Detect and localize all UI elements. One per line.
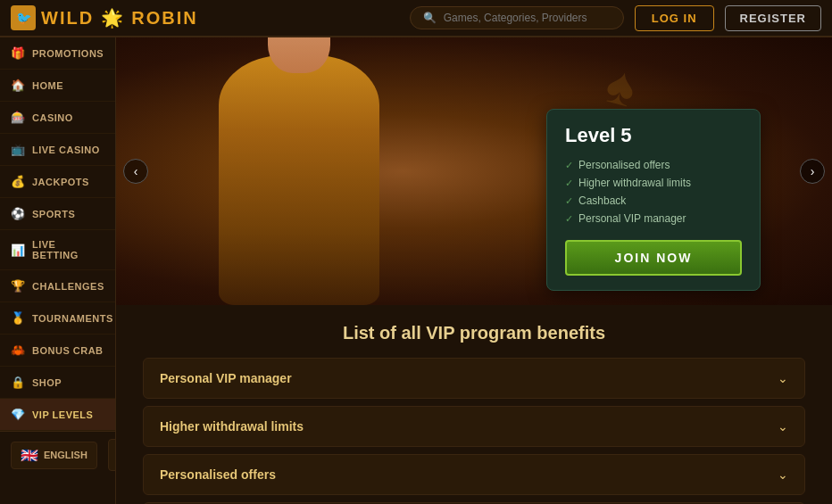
- logo-text-robin: ROBIN: [131, 8, 197, 28]
- sidebar-item-live-casino[interactable]: 📺 LIVE CASINO: [0, 134, 115, 166]
- logo-icon: 🐦: [11, 5, 36, 30]
- char-head: [268, 37, 330, 73]
- sidebar-icon-promotions: 🎁: [11, 46, 25, 60]
- search-input[interactable]: [444, 12, 611, 24]
- header: 🐦 WILD 🌟 ROBIN 🔍 LOG IN REGISTER: [0, 0, 832, 37]
- sidebar-icon-casino: 🎰: [11, 111, 25, 124]
- sidebar-item-sports[interactable]: ⚽ SPORTS: [0, 198, 115, 230]
- vip-benefit-personalised: Personalised offers: [565, 156, 742, 174]
- main-content: ♣ ♠ Level 5 Personalised offers Higher w…: [116, 37, 832, 504]
- help-centre-button[interactable]: ❓ HELP CENTRE: [108, 439, 116, 471]
- sidebar-icon-live-betting: 📊: [11, 244, 25, 257]
- join-now-button[interactable]: JOIN NOW: [565, 240, 742, 276]
- char-body: [219, 55, 379, 305]
- sidebar-item-promotions[interactable]: 🎁 PROMOTIONS: [0, 37, 115, 70]
- sidebar-label-jackpots: JACKPOTS: [32, 177, 89, 187]
- footer-row: 🇬🇧 ENGLISH ❓ HELP CENTRE: [0, 431, 115, 478]
- sidebar-icon-sports: ⚽: [11, 207, 25, 220]
- sidebar-icon-jackpots: 💰: [11, 175, 25, 188]
- login-button[interactable]: LOG IN: [635, 5, 714, 31]
- sidebar-label-promotions: PROMOTIONS: [32, 48, 104, 59]
- hero-next-arrow[interactable]: ›: [800, 159, 825, 184]
- sidebar-item-vip-levels[interactable]: 💎 VIP LEVELS: [0, 399, 115, 431]
- accordion-withdrawal[interactable]: Higher withdrawal limits ⌄: [143, 406, 805, 447]
- benefits-section: List of all VIP program benefits Persona…: [116, 305, 832, 504]
- character-figure: [187, 46, 411, 305]
- sidebar-label-home: HOME: [32, 80, 63, 91]
- logo: 🐦 WILD 🌟 ROBIN: [11, 5, 198, 30]
- sidebar-icon-live-casino: 📺: [11, 143, 25, 156]
- chevron-down-icon-2: ⌄: [778, 419, 788, 434]
- sidebar-item-home[interactable]: 🏠 HOME: [0, 70, 115, 102]
- vip-benefit-cashback: Cashback: [565, 192, 742, 210]
- sidebar-label-tournaments: TOURNAMENTS: [32, 313, 113, 324]
- register-button[interactable]: REGISTER: [725, 5, 821, 31]
- sidebar-label-sports: SPORTS: [32, 209, 75, 219]
- vip-card: Level 5 Personalised offers Higher withd…: [546, 109, 761, 291]
- sidebar-icon-home: 🏠: [11, 78, 25, 92]
- sidebar-icon-bonus-crab: 🦀: [11, 343, 25, 357]
- chevron-down-icon-3: ⌄: [778, 467, 788, 482]
- sidebar-label-vip-levels: VIP LEVELS: [32, 409, 93, 420]
- sidebar-item-challenges[interactable]: 🏆 CHALLENGES: [0, 270, 115, 302]
- sidebar-label-live-casino: LIVE CASINO: [32, 145, 100, 155]
- sidebar-item-tournaments[interactable]: 🥇 TOURNAMENTS: [0, 302, 115, 335]
- sidebar-item-live-betting[interactable]: 📊 LIVE BETTING: [0, 230, 115, 270]
- sidebar-item-jackpots[interactable]: 💰 JACKPOTS: [0, 166, 115, 198]
- sidebar-item-bonus-crab[interactable]: 🦀 BONUS CRAB: [0, 335, 115, 367]
- sidebar-label-challenges: CHALLENGES: [32, 281, 104, 292]
- hero-banner: ♣ ♠ Level 5 Personalised offers Higher w…: [116, 37, 832, 305]
- language-label: ENGLISH: [44, 450, 87, 460]
- sidebar-label-shop: SHOP: [32, 377, 62, 388]
- body-wrap: 🎁 PROMOTIONS 🏠 HOME 🎰 CASINO 📺 LIVE CASI…: [0, 37, 832, 504]
- sidebar-label-live-betting: LIVE BETTING: [32, 239, 104, 260]
- sidebar-item-shop[interactable]: 🔒 SHOP: [0, 367, 115, 399]
- chevron-down-icon: ⌄: [778, 371, 788, 385]
- vip-benefit-manager: Personal VIP manager: [565, 210, 742, 227]
- sidebar-item-casino[interactable]: 🎰 CASINO: [0, 102, 115, 134]
- search-icon: 🔍: [423, 12, 437, 24]
- language-button[interactable]: 🇬🇧 ENGLISH: [11, 442, 97, 469]
- vip-card-title: Level 5: [565, 124, 742, 147]
- logo-text: WILD 🌟 ROBIN: [41, 7, 198, 29]
- accordion-personalised[interactable]: Personalised offers ⌄: [143, 454, 805, 495]
- flag-icon: 🇬🇧: [21, 447, 38, 464]
- hero-prev-arrow[interactable]: ‹: [123, 159, 148, 184]
- search-bar[interactable]: 🔍: [410, 6, 624, 29]
- sidebar-label-casino: CASINO: [32, 112, 73, 123]
- accordion-personalised-label: Personalised offers: [160, 467, 276, 482]
- accordion-vip-manager-label: Personal VIP manager: [160, 371, 292, 385]
- accordion-withdrawal-label: Higher withdrawal limits: [160, 419, 304, 434]
- sidebar-icon-vip-levels: 💎: [11, 408, 25, 421]
- sidebar-icon-shop: 🔒: [11, 376, 25, 389]
- sidebar: 🎁 PROMOTIONS 🏠 HOME 🎰 CASINO 📺 LIVE CASI…: [0, 37, 116, 504]
- accordion-vip-manager[interactable]: Personal VIP manager ⌄: [143, 358, 805, 399]
- sidebar-label-bonus-crab: BONUS CRAB: [32, 345, 104, 356]
- sidebar-icon-tournaments: 🥇: [11, 311, 25, 325]
- vip-benefit-withdrawal: Higher withdrawal limits: [565, 174, 742, 192]
- benefits-title: List of all VIP program benefits: [143, 323, 805, 343]
- sidebar-icon-challenges: 🏆: [11, 279, 25, 293]
- logo-text-wild: WILD: [41, 8, 94, 28]
